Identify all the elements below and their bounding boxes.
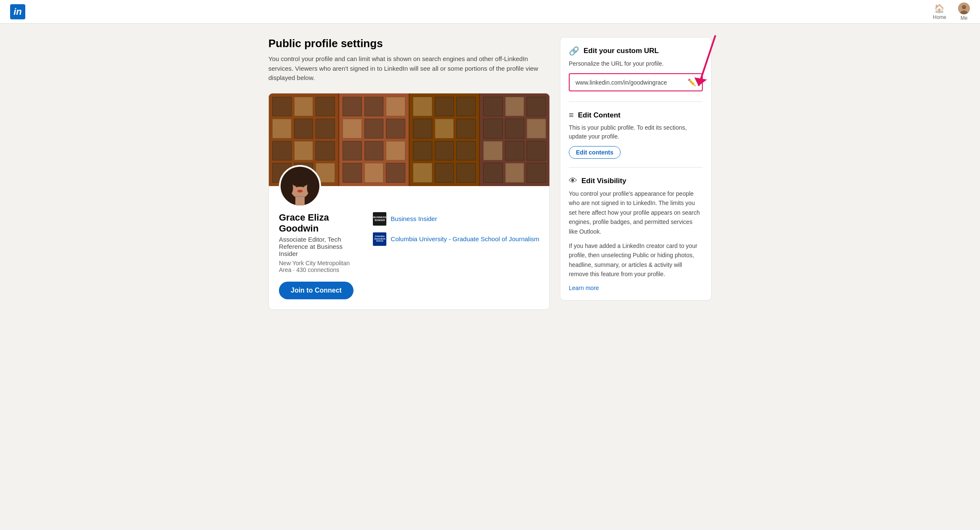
window bbox=[527, 141, 546, 161]
page-description: You control your profile and can limit w… bbox=[268, 54, 550, 83]
window bbox=[343, 141, 362, 161]
right-sidebar: 🔗 Edit your custom URL Personalize the U… bbox=[560, 37, 712, 301]
window bbox=[316, 119, 335, 138]
custom-url-desc: Personalize the URL for your profile. bbox=[569, 59, 703, 68]
custom-url-section: 🔗 Edit your custom URL Personalize the U… bbox=[569, 46, 703, 102]
profile-main-info: Grace Eliza Goodwin Associate Editor, Te… bbox=[279, 212, 356, 299]
window bbox=[343, 97, 362, 117]
window bbox=[505, 119, 525, 138]
window bbox=[272, 141, 292, 161]
person-name: Grace Eliza Goodwin bbox=[279, 212, 356, 234]
window bbox=[527, 97, 546, 117]
window bbox=[435, 97, 454, 117]
svg-point-1 bbox=[962, 5, 966, 9]
home-label: Home bbox=[933, 14, 946, 20]
window bbox=[505, 97, 525, 117]
window bbox=[386, 141, 405, 161]
columbia-logo: Columbia Journalism School bbox=[373, 232, 386, 246]
svg-rect-12 bbox=[295, 196, 305, 197]
window bbox=[456, 119, 476, 138]
header: in 🏠 Home Me bbox=[0, 0, 980, 24]
svg-point-10 bbox=[302, 185, 304, 187]
window bbox=[456, 97, 476, 117]
window bbox=[386, 119, 405, 138]
home-icon: 🏠 bbox=[934, 3, 945, 13]
window bbox=[294, 97, 313, 117]
edit-visibility-header: 👁 Edit Visibility bbox=[569, 176, 703, 186]
learn-more-link[interactable]: Learn more bbox=[569, 285, 599, 291]
edit-pencil-icon[interactable]: ✏️ bbox=[688, 78, 696, 86]
window bbox=[364, 141, 384, 161]
edit-visibility-section: 👁 Edit Visibility You control your profi… bbox=[569, 176, 703, 292]
menu-lines-icon: ≡ bbox=[569, 110, 574, 120]
url-value: www.linkedin.com/in/goodwingrace bbox=[576, 79, 667, 86]
svg-point-8 bbox=[307, 180, 316, 196]
window bbox=[343, 119, 362, 138]
left-column: Public profile settings You control your… bbox=[268, 37, 550, 310]
edit-content-section: ≡ Edit Content This is your public profi… bbox=[569, 110, 703, 168]
window bbox=[294, 141, 313, 161]
link-icon: 🔗 bbox=[569, 46, 579, 56]
me-label: Me bbox=[961, 15, 968, 21]
person-connections: 430 connections bbox=[296, 266, 339, 273]
header-left: in bbox=[10, 4, 25, 19]
eye-icon: 👁 bbox=[569, 176, 577, 186]
window bbox=[386, 97, 405, 117]
window bbox=[316, 97, 335, 117]
sidebar-card: 🔗 Edit your custom URL Personalize the U… bbox=[560, 37, 712, 301]
join-to-connect-button[interactable]: Join to Connect bbox=[279, 282, 353, 299]
business-insider-name[interactable]: Business Insider bbox=[391, 215, 437, 222]
profile-affiliations: BUSINESS INSIDER Business Insider Columb… bbox=[373, 212, 539, 253]
profile-two-col: Grace Eliza Goodwin Associate Editor, Te… bbox=[279, 212, 539, 299]
business-insider-logo: BUSINESS INSIDER bbox=[373, 212, 386, 226]
affiliation-columbia: Columbia Journalism School Columbia Univ… bbox=[373, 232, 539, 246]
window bbox=[527, 119, 546, 138]
window bbox=[294, 119, 313, 138]
visibility-desc-1: You control your profile's appearance fo… bbox=[569, 189, 703, 236]
edit-visibility-title: Edit Visibility bbox=[581, 177, 626, 185]
window bbox=[483, 97, 503, 117]
window bbox=[413, 141, 432, 161]
avatar-wrapper bbox=[279, 165, 539, 207]
window bbox=[413, 97, 432, 117]
custom-url-box[interactable]: www.linkedin.com/in/goodwingrace ✏️ bbox=[569, 73, 703, 91]
window bbox=[316, 141, 335, 161]
person-meta: New York City Metropolitan Area · 430 co… bbox=[279, 260, 356, 273]
window bbox=[413, 119, 432, 138]
user-avatar-small bbox=[958, 3, 970, 14]
columbia-name[interactable]: Columbia University - Graduate School of… bbox=[391, 235, 539, 242]
svg-point-9 bbox=[295, 185, 298, 187]
edit-content-title: Edit Content bbox=[578, 111, 621, 120]
window bbox=[483, 119, 503, 138]
person-headline: Associate Editor, Tech Reference at Busi… bbox=[279, 236, 356, 257]
svg-point-7 bbox=[284, 180, 293, 196]
custom-url-header: 🔗 Edit your custom URL bbox=[569, 46, 703, 56]
window bbox=[456, 141, 476, 161]
avatar bbox=[279, 165, 321, 207]
visibility-desc-2: If you have added a LinkedIn creator car… bbox=[569, 241, 703, 279]
window bbox=[435, 141, 454, 161]
window bbox=[272, 119, 292, 138]
main-container: Public profile settings You control your… bbox=[258, 37, 722, 310]
window bbox=[364, 97, 384, 117]
window bbox=[364, 119, 384, 138]
nav-me[interactable]: Me bbox=[958, 3, 970, 21]
window bbox=[272, 97, 292, 117]
custom-url-title: Edit your custom URL bbox=[584, 47, 659, 55]
profile-info-area: Grace Eliza Goodwin Associate Editor, Te… bbox=[269, 165, 549, 309]
nav-home[interactable]: 🏠 Home bbox=[933, 3, 946, 20]
affiliation-business-insider: BUSINESS INSIDER Business Insider bbox=[373, 212, 539, 226]
window bbox=[505, 141, 525, 161]
window bbox=[435, 119, 454, 138]
linkedin-logo[interactable]: in bbox=[10, 4, 25, 19]
header-right: 🏠 Home Me bbox=[933, 3, 970, 21]
url-annotation-wrapper: www.linkedin.com/in/goodwingrace ✏️ bbox=[569, 73, 703, 91]
edit-content-header: ≡ Edit Content bbox=[569, 110, 703, 120]
edit-content-desc: This is your public profile. To edit its… bbox=[569, 123, 703, 141]
edit-contents-button[interactable]: Edit contents bbox=[569, 146, 621, 159]
svg-point-11 bbox=[297, 189, 303, 192]
page-title: Public profile settings bbox=[268, 37, 550, 50]
logo-text: in bbox=[13, 6, 22, 17]
window bbox=[483, 141, 503, 161]
profile-card: Grace Eliza Goodwin Associate Editor, Te… bbox=[268, 93, 550, 310]
